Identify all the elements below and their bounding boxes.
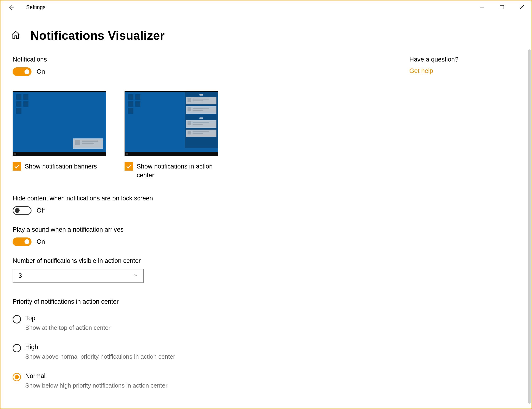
- priority-option-high[interactable]: High Show above normal priority notifica…: [13, 344, 409, 360]
- priority-setting: Priority of notifications in action cent…: [13, 298, 409, 389]
- svg-rect-1: [500, 5, 504, 9]
- help-heading: Have a question?: [409, 56, 507, 63]
- page-header: Notifications Visualizer: [0, 28, 532, 42]
- visible-count-label: Number of notifications visible in actio…: [13, 257, 409, 264]
- notifications-toggle-state: On: [37, 68, 45, 75]
- play-sound-label: Play a sound when a notification arrives: [13, 226, 409, 233]
- banner-preview-tile[interactable]: [13, 91, 106, 156]
- show-action-center-label: Show notifications in action center: [137, 162, 218, 180]
- hide-content-label: Hide content when notifications are on l…: [13, 195, 409, 202]
- minimize-button[interactable]: [472, 0, 492, 14]
- titlebar-title: Settings: [26, 4, 46, 10]
- close-button[interactable]: [512, 0, 532, 14]
- priority-option-title: Top: [25, 315, 111, 322]
- main-column: Notifications On: [13, 56, 409, 409]
- radio-button[interactable]: [13, 315, 21, 324]
- visible-count-dropdown[interactable]: 3: [13, 269, 144, 283]
- priority-option-normal[interactable]: Normal Show below high priority notifica…: [13, 372, 409, 389]
- priority-option-title: High: [25, 344, 175, 351]
- play-sound-setting: Play a sound when a notification arrives…: [13, 226, 409, 246]
- priority-radio-group: Top Show at the top of action center Hig…: [13, 315, 409, 389]
- side-column: Have a question? Get help: [409, 56, 507, 74]
- show-banners-label: Show notification banners: [25, 162, 97, 171]
- action-center-preview-tile[interactable]: [124, 91, 218, 156]
- scrollbar-thumb[interactable]: [528, 49, 531, 404]
- chevron-down-icon: [133, 273, 138, 279]
- priority-option-top[interactable]: Top Show at the top of action center: [13, 315, 409, 331]
- titlebar: Settings: [0, 0, 532, 14]
- window-controls: [472, 0, 532, 14]
- priority-option-desc: Show below high priority notifications i…: [25, 382, 167, 389]
- radio-button[interactable]: [13, 373, 21, 381]
- radio-button[interactable]: [13, 344, 21, 352]
- show-action-center-checkbox[interactable]: [124, 162, 133, 171]
- show-banners-checkbox[interactable]: [13, 162, 21, 171]
- priority-option-desc: Show above normal priority notifications…: [25, 353, 175, 360]
- action-center-preview-block: Show notifications in action center: [124, 91, 218, 180]
- page-title: Notifications Visualizer: [30, 28, 165, 42]
- visible-count-setting: Number of notifications visible in actio…: [13, 257, 409, 283]
- back-button[interactable]: [6, 2, 17, 13]
- priority-label: Priority of notifications in action cent…: [13, 298, 409, 305]
- banner-preview-block: Show notification banners: [13, 91, 106, 180]
- notifications-toggle[interactable]: [13, 67, 31, 76]
- visible-count-value: 3: [19, 272, 22, 279]
- settings-window: Settings Notifications Visualizer No: [0, 0, 532, 409]
- hide-content-toggle-state: Off: [37, 207, 45, 214]
- play-sound-toggle-state: On: [37, 238, 45, 245]
- priority-option-desc: Show at the top of action center: [25, 324, 111, 331]
- hide-content-setting: Hide content when notifications are on l…: [13, 195, 409, 215]
- home-icon[interactable]: [11, 30, 20, 41]
- get-help-link[interactable]: Get help: [409, 67, 507, 74]
- priority-option-title: Normal: [25, 372, 167, 380]
- notifications-label: Notifications: [13, 56, 409, 63]
- page-body: Notifications On: [0, 56, 532, 409]
- hide-content-toggle[interactable]: [13, 206, 31, 215]
- notifications-toggle-row: On: [13, 67, 409, 76]
- notification-previews: Show notification banners: [13, 91, 409, 180]
- play-sound-toggle[interactable]: [13, 237, 31, 246]
- maximize-button[interactable]: [492, 0, 512, 14]
